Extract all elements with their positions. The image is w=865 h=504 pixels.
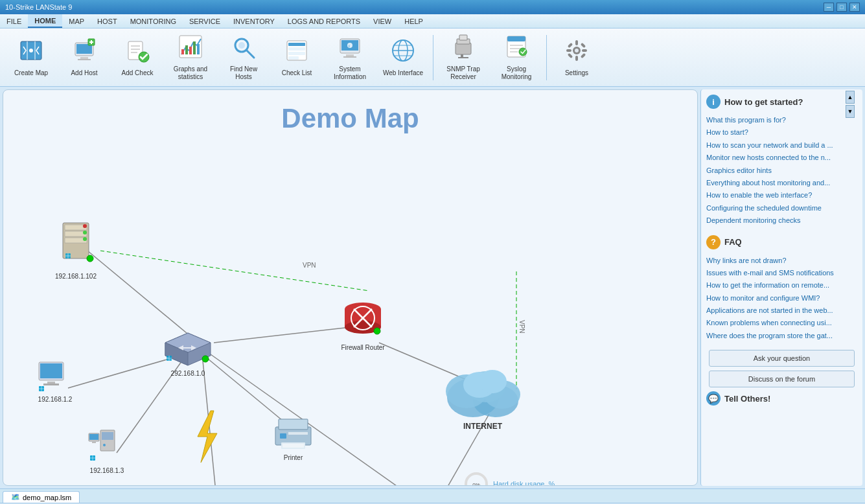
map-canvas[interactable]: Demo Map VPN VPN: [3, 89, 698, 486]
create-map-button[interactable]: Create Map: [5, 32, 57, 84]
map-title: Demo Map: [3, 103, 697, 134]
svg-rect-60: [568, 53, 573, 58]
check-list-icon: [284, 38, 310, 67]
find-new-hosts-label: Find New Hosts: [221, 65, 266, 81]
svg-rect-32: [346, 54, 354, 56]
svg-rect-122: [280, 433, 286, 439]
how-to-title: How to get started?: [724, 97, 803, 107]
svg-rect-26: [288, 43, 305, 46]
find-new-hosts-icon: [231, 34, 257, 63]
menu-home[interactable]: HOME: [28, 14, 62, 28]
tabbar: 🗺️ demo_map.lsm: [0, 488, 865, 503]
graphs-stats-button[interactable]: Graphs and statistics: [165, 32, 216, 84]
svg-rect-58: [568, 43, 573, 48]
node-pc1[interactable]: 192.168.1.2: [36, 359, 75, 403]
link-scheduled-downtime[interactable]: Configuring the scheduled downtime: [706, 202, 857, 214]
right-panel: ▲ ▼ i How to get started? What this prog…: [700, 89, 862, 486]
tab-demo-map[interactable]: 🗺️ demo_map.lsm: [3, 491, 80, 503]
link-wmi[interactable]: How to monitor and configure WMI?: [706, 292, 857, 304]
snmp-trap-button[interactable]: SNMP Trap Receiver: [437, 32, 489, 84]
svg-point-83: [87, 255, 93, 262]
web-interface-label: Web Interface: [383, 69, 423, 77]
svg-point-53: [575, 49, 579, 52]
link-apps-not-started[interactable]: Applications are not started in the web.…: [706, 304, 857, 317]
svg-rect-61: [581, 53, 586, 58]
faq-title: FAQ: [724, 237, 742, 247]
link-what-program[interactable]: What this program is for?: [706, 114, 857, 126]
menu-monitoring[interactable]: MONITORING: [124, 14, 183, 28]
svg-rect-103: [92, 442, 96, 443]
tab-icon: 🗺️: [11, 493, 20, 501]
node-internet[interactable]: INTERNET: [437, 362, 528, 431]
link-scan-network[interactable]: How to scan your network and build a ...: [706, 139, 857, 152]
menu-view[interactable]: VIEW: [367, 14, 398, 28]
link-dependent-monitoring[interactable]: Dependent monitoring checks: [706, 214, 857, 227]
gauge-disk: 0% Hard disk usage, %: [463, 471, 555, 486]
svg-rect-92: [40, 363, 62, 378]
maximize-button[interactable]: □: [836, 3, 847, 12]
link-how-start[interactable]: How to start?: [706, 126, 857, 139]
svg-rect-44: [461, 54, 463, 57]
menu-help[interactable]: HELP: [398, 14, 430, 28]
link-remote-info[interactable]: How to get the information on remote...: [706, 279, 857, 292]
info-icon: i: [706, 95, 721, 109]
right-panel-content: i How to get started? What this program …: [701, 89, 862, 486]
link-web-interface[interactable]: How to enable the web interface?: [706, 189, 857, 201]
minimize-button[interactable]: ─: [824, 3, 834, 12]
syslog-button[interactable]: Syslog Monitoring: [490, 32, 542, 84]
link-email-sms[interactable]: Issues with e-mail and SMS notifications: [706, 267, 857, 279]
svg-rect-33: [343, 56, 356, 58]
link-host-monitoring[interactable]: Everything about host monitoring and...: [706, 177, 857, 189]
settings-button[interactable]: Settings: [551, 32, 603, 84]
link-monitor-new-hosts[interactable]: Monitor new hosts connected to the n...: [706, 152, 857, 164]
svg-rect-55: [575, 56, 578, 61]
node-server[interactable]: 192.168.1.102: [55, 220, 97, 280]
menu-file[interactable]: FILE: [0, 14, 28, 28]
create-map-label: Create Map: [14, 69, 48, 77]
menu-service[interactable]: SERVICE: [183, 14, 227, 28]
svg-point-132: [478, 370, 507, 393]
ask-question-button[interactable]: Ask your question: [709, 350, 855, 367]
svg-text:0%: 0%: [472, 482, 480, 486]
scroll-down[interactable]: ▼: [846, 105, 855, 118]
discuss-forum-button[interactable]: Discuss on the forum: [709, 371, 855, 387]
find-new-hosts-button[interactable]: Find New Hosts: [218, 32, 270, 84]
menu-logs[interactable]: LOGS AND REPORTS: [281, 14, 367, 28]
link-known-problems[interactable]: Known problems when connecting usi...: [706, 317, 857, 329]
titlebar: 10-Strike LANState 9 ─ □ ✕: [0, 0, 865, 14]
node-switch[interactable]: 292.168.1.0: [159, 323, 217, 377]
svg-point-24: [238, 42, 245, 49]
web-interface-icon: [390, 38, 416, 67]
gauge-disk-label[interactable]: Hard disk usage, %: [493, 480, 555, 486]
svg-rect-125: [283, 444, 304, 448]
syslog-icon: [503, 34, 529, 63]
node-firewall[interactable]: Firewall Router: [337, 291, 389, 351]
settings-label: Settings: [565, 69, 588, 77]
add-host-label: Add Host: [71, 69, 97, 77]
menu-map[interactable]: MAP: [62, 14, 91, 28]
check-list-button[interactable]: Check List: [271, 32, 323, 84]
node-printer[interactable]: Printer: [272, 414, 314, 461]
web-interface-button[interactable]: Web Interface: [377, 32, 429, 84]
system-info-button[interactable]: i System Information: [324, 32, 376, 84]
svg-point-78: [83, 231, 87, 235]
link-graphics-editor[interactable]: Graphics editor hints: [706, 165, 857, 177]
node-pc2[interactable]: 192.168.1.3: [87, 427, 126, 474]
svg-rect-59: [581, 43, 586, 48]
close-button[interactable]: ✕: [849, 3, 860, 12]
add-host-button[interactable]: Add Host: [58, 32, 110, 84]
svg-rect-45: [458, 57, 468, 58]
link-links-not-drawn[interactable]: Why links are not drawn?: [706, 255, 857, 267]
menu-inventory[interactable]: INVENTORY: [227, 14, 281, 28]
menu-host[interactable]: HOST: [91, 14, 124, 28]
scroll-up[interactable]: ▲: [846, 91, 855, 104]
toolbar: Create Map Add Host: [0, 29, 865, 87]
internet-label: INTERNET: [463, 422, 502, 431]
toolbar-sep2: [546, 35, 547, 80]
link-program-store[interactable]: Where does the program store the gat...: [706, 330, 857, 342]
syslog-label: Syslog Monitoring: [494, 65, 539, 81]
graphs-stats-icon: [178, 34, 203, 63]
svg-rect-19: [189, 47, 192, 54]
add-check-button[interactable]: Add Check: [111, 32, 163, 84]
faq-icon: ?: [706, 235, 721, 249]
